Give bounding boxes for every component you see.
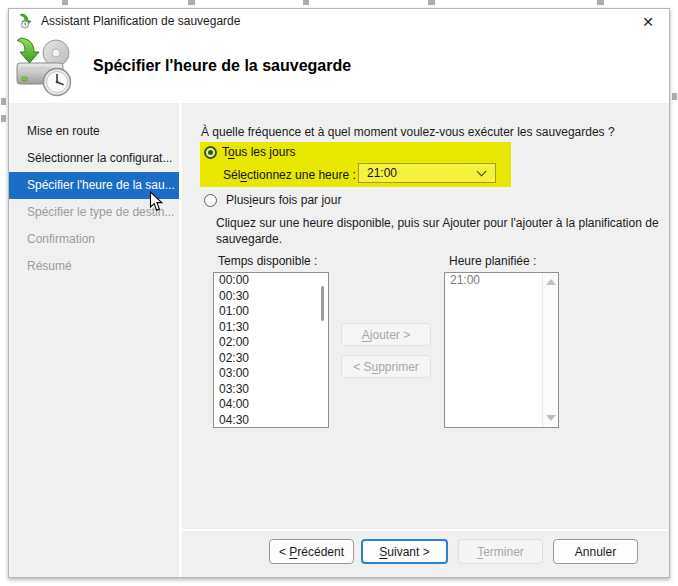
footer-divider	[182, 529, 669, 531]
step-specifier-type-destination[interactable]: Spécifier le type de destin...	[9, 199, 179, 226]
time-select[interactable]: 21:00	[358, 163, 496, 183]
background-artifact	[62, 0, 68, 5]
cancel-button[interactable]: Annuler	[553, 539, 638, 564]
multiple-option-row: Plusieurs fois par jour	[204, 193, 341, 207]
time-select-value: 21:00	[367, 166, 397, 180]
backup-wizard-icon	[19, 13, 35, 29]
available-time-option[interactable]: 01:00	[214, 304, 328, 320]
step-confirmation[interactable]: Confirmation	[9, 226, 179, 253]
wizard-steps-sidebar: Mise en route Sélectionner la configurat…	[9, 103, 179, 577]
available-times-list[interactable]: 00:0000:3001:0001:3002:0002:3003:0003:30…	[213, 272, 329, 428]
background-artifact	[1, 115, 6, 122]
previous-button[interactable]: < Précédent	[269, 539, 354, 564]
instructions-text: Cliquez sur une heure disponible, puis s…	[216, 215, 664, 247]
step-specifier-heure[interactable]: Spécifier l'heure de la sau...	[9, 172, 179, 199]
multiple-radio[interactable]	[204, 194, 217, 207]
background-artifact	[672, 93, 677, 100]
scheduled-times-list[interactable]: 21:00	[444, 272, 559, 428]
remove-button[interactable]: < Supprimer	[341, 355, 431, 378]
available-time-option[interactable]: 03:00	[214, 366, 328, 382]
available-time-option[interactable]: 01:30	[214, 320, 328, 336]
background-artifact	[1, 98, 6, 105]
scrollbar[interactable]	[542, 273, 558, 427]
daily-option-highlight: Tous les jours Sélectionnez une heure : …	[200, 142, 511, 187]
frequency-question: À quelle fréquence et à quel moment voul…	[201, 125, 615, 139]
background-artifact	[428, 0, 435, 5]
chevron-down-icon	[477, 167, 487, 177]
wizard-content: À quelle fréquence et à quel moment voul…	[182, 103, 669, 577]
next-button[interactable]: Suivant >	[361, 539, 448, 564]
step-selectionner-configuration[interactable]: Sélectionner la configurat...	[9, 145, 179, 172]
finish-button[interactable]: Terminer	[458, 539, 543, 564]
daily-radio-label[interactable]: Tous les jours	[222, 145, 295, 160]
wizard-header: Spécifier l'heure de la sauvegarde	[9, 33, 669, 103]
time-select-label: Sélectionnez une heure :	[223, 168, 356, 182]
available-time-option[interactable]: 03:30	[214, 382, 328, 398]
close-button[interactable]: ✕	[635, 11, 661, 32]
available-time-option[interactable]: 04:30	[214, 413, 328, 429]
backup-schedule-icon	[14, 36, 80, 102]
available-time-option[interactable]: 02:00	[214, 335, 328, 351]
multiple-radio-label[interactable]: Plusieurs fois par jour	[226, 193, 341, 207]
step-mise-en-route[interactable]: Mise en route	[9, 118, 179, 145]
scheduled-time-label: Heure planifiée :	[449, 254, 536, 268]
scroll-down-icon[interactable]	[546, 415, 556, 421]
add-button[interactable]: Ajouter >	[341, 323, 431, 346]
background-artifact	[303, 0, 309, 5]
background-artifact	[188, 0, 195, 5]
available-time-option[interactable]: 00:00	[214, 273, 328, 289]
scroll-up-icon[interactable]	[546, 279, 556, 285]
backup-schedule-wizard-dialog: Assistant Planification de sauvegarde ✕	[8, 8, 670, 578]
step-resume[interactable]: Résumé	[9, 253, 179, 280]
daily-radio[interactable]	[204, 146, 217, 159]
page-title: Spécifier l'heure de la sauvegarde	[93, 57, 351, 75]
window-title: Assistant Planification de sauvegarde	[41, 9, 240, 33]
available-times-label: Temps disponible :	[218, 254, 317, 268]
available-time-option[interactable]: 02:30	[214, 351, 328, 367]
available-time-option[interactable]: 04:00	[214, 397, 328, 413]
available-time-option[interactable]: 00:30	[214, 289, 328, 305]
title-bar: Assistant Planification de sauvegarde ✕	[9, 9, 669, 33]
background-artifact	[597, 0, 604, 5]
scrollbar-thumb[interactable]	[321, 286, 324, 321]
